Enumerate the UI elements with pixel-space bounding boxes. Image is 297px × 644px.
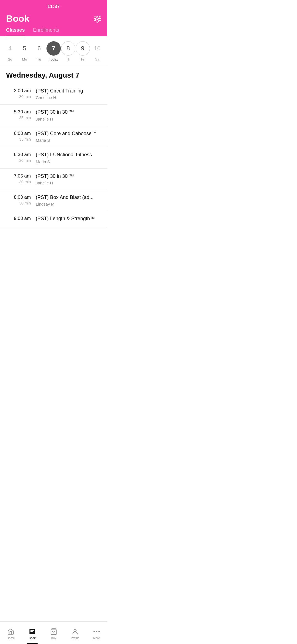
tab-bar: Classes Enrollments — [0, 26, 107, 36]
class-item-1[interactable]: 5:30 am 35 min (PST) 30 in 30 ™ Janelle … — [0, 105, 107, 126]
date-item-10[interactable]: 10 Sa — [90, 41, 104, 61]
date-label-7: Today — [49, 57, 59, 61]
class-time-0: 3:00 am 30 min — [6, 88, 31, 99]
status-time: 11:37 — [48, 4, 60, 9]
class-info-4: (PST) 30 in 30 ™ Janelle H — [36, 173, 101, 185]
date-label-8: Th — [66, 57, 70, 61]
date-circle-6: 6 — [32, 41, 46, 56]
date-circle-4: 4 — [3, 41, 17, 56]
header: Book — [0, 11, 107, 26]
class-info-0: (PST) Circuit Training Christine H — [36, 88, 101, 100]
date-label-6: Tu — [37, 57, 41, 61]
date-label-10: Sa — [95, 57, 100, 61]
class-time-5: 8:00 am 30 min — [6, 194, 31, 205]
tab-classes[interactable]: Classes — [6, 27, 25, 36]
class-time-2: 6:00 am 35 min — [6, 130, 31, 141]
class-item-4[interactable]: 7:05 am 30 min (PST) 30 in 30 ™ Janelle … — [0, 169, 107, 190]
class-item-0[interactable]: 3:00 am 30 min (PST) Circuit Training Ch… — [0, 83, 107, 105]
class-info-3: (PST) FUNctional Fitness Maria S — [36, 152, 101, 164]
filter-line-2 — [94, 18, 101, 19]
class-info-6: (PST) Length & Strength™ — [36, 215, 101, 223]
date-label-9: Fr — [81, 57, 84, 61]
status-bar: 11:37 — [0, 0, 107, 11]
class-item-5[interactable]: 8:00 am 30 min (PST) Box And Blast (ad..… — [0, 190, 107, 211]
date-circle-5: 5 — [17, 41, 32, 56]
date-circle-7: 7 — [46, 41, 61, 56]
date-item-8[interactable]: 8 Th — [61, 41, 75, 61]
class-time-3: 6:30 am 30 min — [6, 152, 31, 163]
date-label-4: Su — [8, 57, 12, 61]
class-info-5: (PST) Box And Blast (ad... Lindsay M — [36, 194, 101, 206]
date-item-6[interactable]: 6 Tu — [32, 41, 46, 61]
date-circle-10: 10 — [90, 41, 104, 56]
class-item-3[interactable]: 6:30 am 30 min (PST) FUNctional Fitness … — [0, 147, 107, 168]
page-title: Book — [6, 13, 29, 26]
class-info-2: (PST) Core and Caboose™ Maria S — [36, 130, 101, 143]
date-circle-9: 9 — [76, 41, 90, 56]
date-item-7[interactable]: 7 Today — [46, 41, 61, 61]
filter-line-3 — [94, 20, 101, 21]
class-time-1: 5:30 am 35 min — [6, 109, 31, 120]
date-item-5[interactable]: 5 Mo — [17, 41, 32, 61]
class-time-4: 7:05 am 30 min — [6, 173, 31, 184]
date-picker: 4 Su 5 Mo 6 Tu 7 Today 8 Th 9 Fr 10 — [0, 36, 107, 65]
class-info-1: (PST) 30 in 30 ™ Janelle H — [36, 109, 101, 121]
filter-button[interactable] — [94, 17, 101, 23]
date-label-5: Mo — [22, 57, 27, 61]
class-list: 3:00 am 30 min (PST) Circuit Training Ch… — [0, 83, 107, 228]
day-heading: Wednesday, August 7 — [0, 65, 107, 83]
class-item-6[interactable]: 9:00 am (PST) Length & Strength™ — [0, 211, 107, 228]
filter-line-1 — [94, 17, 101, 17]
date-circle-8: 8 — [61, 41, 75, 56]
date-item-4[interactable]: 4 Su — [3, 41, 17, 61]
tab-enrollments[interactable]: Enrollments — [33, 27, 59, 36]
class-item-2[interactable]: 6:00 am 35 min (PST) Core and Caboose™ M… — [0, 126, 107, 147]
date-item-9[interactable]: 9 Fr — [76, 41, 90, 61]
class-time-6: 9:00 am — [6, 215, 31, 222]
